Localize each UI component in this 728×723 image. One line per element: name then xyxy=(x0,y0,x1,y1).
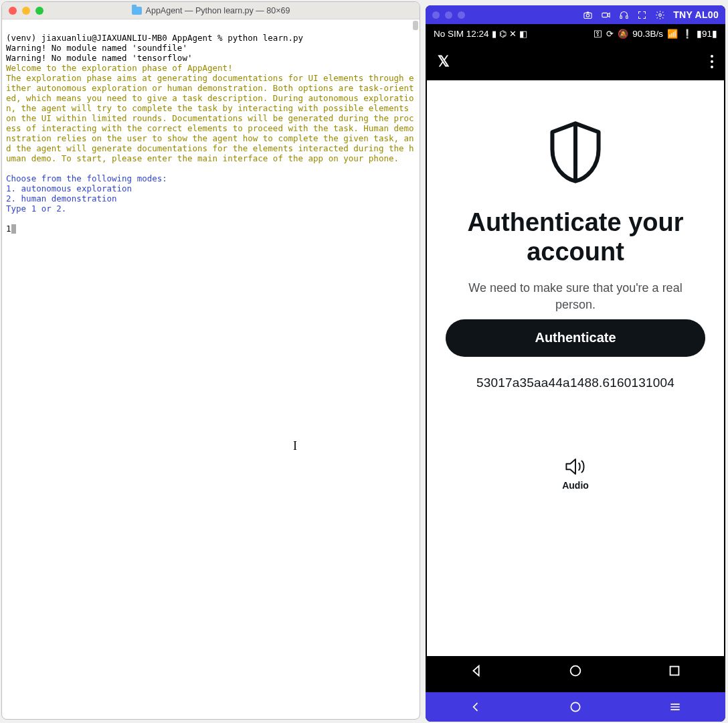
wifi-icon: 📶 xyxy=(667,29,678,39)
scrcpy-window: TNY AL00 No SIM 12:24 ▮ ⌬ ✕ ◧ ⚿ ⟳ 🔕 90.3… xyxy=(426,5,725,722)
terminal-warning-line: Warning! No module named 'soundfile' xyxy=(6,43,187,53)
terminal-prompt-line: (venv) jiaxuanliu@JIAXUANLIU-MB0 AppAgen… xyxy=(6,33,303,43)
battery-small-icon: ▮ xyxy=(492,29,496,39)
app-header: 𝕏 xyxy=(427,43,724,80)
terminal-window: AppAgent — Python learn.py — 80×69 (venv… xyxy=(1,1,420,720)
scrcpy-traffic-lights xyxy=(432,11,465,19)
terminal-choose-line: Choose from the following modes: xyxy=(6,173,167,183)
app-content: Authenticate your account We need to mak… xyxy=(427,80,724,656)
shield-icon xyxy=(545,120,606,184)
minimize-window-button[interactable] xyxy=(445,11,452,19)
audio-label: Audio xyxy=(562,480,589,491)
folder-icon xyxy=(132,7,142,15)
scrcpy-bottom-bar xyxy=(426,692,725,722)
svg-rect-3 xyxy=(620,15,622,18)
android-nav-bar xyxy=(427,656,724,686)
scrollbar-thumb[interactable] xyxy=(413,21,418,30)
app-icon: ◧ xyxy=(519,29,527,39)
cast-icon: ⌬ xyxy=(499,29,507,39)
terminal-type-prompt: Type 1 or 2. xyxy=(6,204,66,214)
close-window-button[interactable] xyxy=(432,11,440,19)
scrcpy-device-name: TNY AL00 xyxy=(673,9,719,20)
terminal-description: The exploration phase aims at generating… xyxy=(6,73,414,163)
scrcpy-home-button[interactable] xyxy=(569,700,582,714)
window-title: AppAgent — Python learn.py — 80×69 xyxy=(146,6,290,15)
svg-rect-4 xyxy=(626,15,628,18)
sync-icon: ⟳ xyxy=(606,29,614,39)
svg-rect-8 xyxy=(670,667,679,675)
auth-code: 53017a35aa44a1488.6160131004 xyxy=(476,376,674,390)
status-battery: ▮91▮ xyxy=(697,28,717,39)
mute-icon: 🔕 xyxy=(618,29,628,39)
terminal-mode-option: 2. human demonstration xyxy=(6,193,117,204)
more-menu-button[interactable] xyxy=(711,55,713,68)
audio-option[interactable]: Audio xyxy=(562,457,589,491)
nav-recent-button[interactable] xyxy=(667,663,682,678)
svg-rect-2 xyxy=(602,13,608,17)
terminal-cursor xyxy=(11,224,17,234)
x-app-icon: ✕ xyxy=(509,29,517,39)
close-window-button[interactable] xyxy=(9,7,17,15)
scrcpy-back-button[interactable] xyxy=(469,700,482,714)
settings-icon[interactable] xyxy=(655,10,665,20)
scrcpy-titlebar: TNY AL00 xyxy=(426,5,725,24)
phone-screen: No SIM 12:24 ▮ ⌬ ✕ ◧ ⚿ ⟳ 🔕 90.3B/s 📶 ❕ ▮… xyxy=(427,24,724,686)
svg-point-1 xyxy=(587,13,589,16)
svg-point-7 xyxy=(571,666,581,676)
camera-icon[interactable] xyxy=(583,10,593,20)
mac-titlebar: AppAgent — Python learn.py — 80×69 xyxy=(2,2,420,19)
maximize-window-button[interactable] xyxy=(35,7,43,15)
record-icon[interactable] xyxy=(601,10,611,20)
traffic-lights xyxy=(9,7,43,15)
terminal-user-input: 1 xyxy=(6,224,11,234)
status-sim-clock: No SIM 12:24 xyxy=(434,29,489,39)
svg-point-9 xyxy=(571,702,579,711)
terminal-body[interactable]: (venv) jiaxuanliu@JIAXUANLIU-MB0 AppAgen… xyxy=(2,19,420,719)
minimize-window-button[interactable] xyxy=(22,7,30,15)
key-icon: ⚿ xyxy=(594,29,602,39)
alert-icon: ❕ xyxy=(682,29,693,39)
scrcpy-menu-button[interactable] xyxy=(668,700,682,714)
android-status-bar: No SIM 12:24 ▮ ⌬ ✕ ◧ ⚿ ⟳ 🔕 90.3B/s 📶 ❕ ▮… xyxy=(427,24,724,43)
auth-subtitle: We need to make sure that you're a real … xyxy=(455,280,696,313)
terminal-welcome-line: Welcome to the exploration phase of AppA… xyxy=(6,63,233,73)
audio-icon xyxy=(564,457,587,476)
authenticate-button[interactable]: Authenticate xyxy=(446,319,705,357)
terminal-warning-line: Warning! No module named 'tensorflow' xyxy=(6,53,192,63)
x-logo-icon[interactable]: 𝕏 xyxy=(438,53,450,70)
maximize-window-button[interactable] xyxy=(458,11,465,19)
headphones-icon[interactable] xyxy=(619,10,629,20)
nav-home-button[interactable] xyxy=(568,663,583,678)
terminal-mode-option: 1. autonomous exploration xyxy=(6,183,132,193)
auth-title: Authenticate your account xyxy=(446,208,705,266)
nav-back-button[interactable] xyxy=(469,663,484,678)
svg-point-5 xyxy=(659,13,662,16)
status-network-speed: 90.3B/s xyxy=(632,29,663,39)
fullscreen-icon[interactable] xyxy=(637,10,647,20)
